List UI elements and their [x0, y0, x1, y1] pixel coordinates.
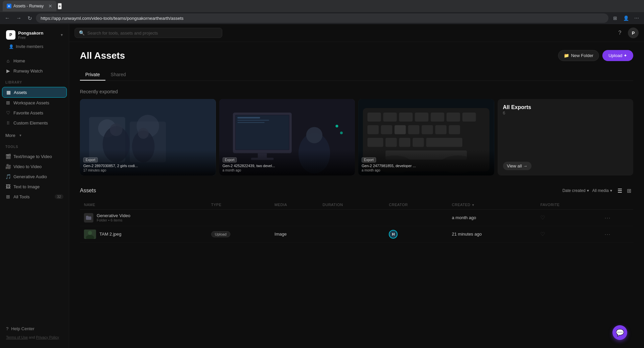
tools-section-label: TOOLS — [0, 142, 69, 150]
recently-exported-section: Recently exported — [80, 89, 633, 176]
page-header: All Assets 📁 New Folder Upload ✦ — [80, 50, 633, 61]
svg-point-21 — [340, 132, 342, 134]
help-center-button[interactable]: ? Help Center — [3, 324, 65, 333]
search-icon: 🔍 — [79, 30, 85, 36]
sidebar-item-workspace-assets[interactable]: ⊞ Workspace Assets — [2, 98, 67, 108]
invite-label: Invite members — [16, 44, 43, 49]
export-badge-1: Export — [83, 157, 98, 162]
svg-rect-30 — [462, 112, 476, 121]
col-created: CREATED ▼ — [448, 200, 537, 210]
export-card-3[interactable]: Export Gen-2 2477981855, developer ... a… — [358, 99, 494, 176]
sidebar-item-all-tools[interactable]: ⊞ All Tools 32 — [2, 192, 67, 202]
terms-text: Terms of Use and Privacy Policy — [3, 333, 65, 342]
upload-button[interactable]: Upload ✦ — [602, 50, 633, 61]
sidebar-item-home[interactable]: ⌂ Home — [2, 56, 67, 66]
main-content: All Assets 📁 New Folder Upload ✦ Private… — [69, 42, 644, 348]
sidebar-item-assets[interactable]: ▦ Assets — [2, 87, 67, 98]
svg-rect-18 — [237, 120, 269, 121]
terms-of-use-link[interactable]: Terms of Use — [6, 335, 28, 339]
list-view-button[interactable]: ☰ — [615, 186, 624, 195]
svg-rect-39 — [385, 138, 397, 147]
col-favorite: FAVORITE — [536, 200, 600, 210]
created-sort-icon: ▼ — [472, 203, 475, 207]
recently-exported-title: Recently exported — [80, 89, 633, 94]
sidebar-item-text-to-image-label: Text to Image — [13, 184, 40, 189]
help-icon: ? — [6, 326, 8, 331]
tab-favicon: R — [7, 4, 11, 8]
sort-button[interactable]: Date created ▾ — [562, 188, 589, 193]
tab-private[interactable]: Private — [80, 69, 105, 81]
more-button[interactable]: More ▾ — [2, 131, 67, 140]
sidebar-item-custom-elements[interactable]: ⁝⁝ Custom Elements — [2, 118, 67, 128]
svg-rect-32 — [381, 125, 393, 134]
asset-creator-1 — [385, 209, 448, 226]
tab-title: Assets - Runway — [13, 4, 44, 8]
invite-members-button[interactable]: 👤 Invite members — [5, 42, 63, 51]
extensions-button[interactable]: ⊞ — [610, 13, 620, 23]
view-all-button[interactable]: View all → — [503, 162, 532, 170]
export-card-1[interactable]: Export Gen-2 2897030857, 2 girls codi...… — [80, 99, 216, 176]
profile-button[interactable]: 👤 — [621, 13, 631, 23]
terms-and-label: and — [29, 335, 35, 339]
filter-chevron-icon: ▾ — [610, 188, 612, 193]
back-button[interactable]: ← — [3, 14, 12, 22]
sidebar-item-runway-watch[interactable]: ▶ Runway Watch — [2, 66, 67, 76]
sidebar-item-text-to-image[interactable]: 🖼 Text to Image — [2, 182, 67, 192]
assets-table: NAME TYPE MEDIA DURATION CREATOR CREATED… — [80, 200, 633, 243]
new-folder-button[interactable]: 📁 New Folder — [558, 50, 599, 61]
chat-icon: 💬 — [616, 329, 624, 337]
svg-rect-41 — [413, 138, 424, 147]
active-tab[interactable]: R Assets - Runway ✕ — [3, 1, 56, 11]
export-name-3: Gen-2 2477981855, developer ... — [362, 164, 491, 168]
help-icon-button[interactable]: ? — [614, 28, 625, 38]
more-options-button-1[interactable]: ⋯ — [604, 214, 610, 221]
person-add-icon: 👤 — [9, 44, 14, 49]
search-bar[interactable]: 🔍 Search for tools, assets and projects — [75, 28, 222, 38]
table-row[interactable]: Generative Video Folder • 6 items a mont… — [80, 209, 633, 226]
user-avatar-button[interactable]: P — [628, 28, 639, 38]
more-options-button[interactable]: ⋯ — [632, 13, 641, 23]
svg-rect-42 — [426, 138, 462, 147]
sort-chevron-icon: ▾ — [587, 188, 589, 193]
new-tab-button[interactable]: + — [58, 3, 62, 9]
header-actions: 📁 New Folder Upload ✦ — [558, 50, 633, 61]
refresh-button[interactable]: ↻ — [26, 14, 34, 23]
sidebar-item-favorite-assets[interactable]: ♡ Favorite Assets — [2, 108, 67, 118]
svg-rect-38 — [367, 138, 383, 147]
svg-point-8 — [138, 128, 149, 139]
workspace-selector[interactable]: P Pongsakorn Free ▾ — [3, 28, 65, 42]
forward-button[interactable]: → — [14, 14, 24, 22]
address-bar[interactable] — [36, 13, 608, 23]
favorite-button-2[interactable]: ♡ — [540, 231, 545, 237]
export-badge-2: Export — [223, 157, 237, 162]
tab-shared[interactable]: Shared — [105, 69, 131, 81]
privacy-policy-link[interactable]: Privacy Policy — [36, 335, 59, 339]
chat-fab-button[interactable]: 💬 — [612, 325, 627, 340]
svg-rect-25 — [383, 112, 397, 121]
sidebar-item-video-to-video[interactable]: 🎥 Video to Video — [2, 161, 67, 171]
sidebar-item-runway-watch-label: Runway Watch — [13, 68, 43, 73]
filter-button[interactable]: All media ▾ — [592, 188, 612, 193]
svg-rect-40 — [399, 138, 410, 147]
tab-close-button[interactable]: ✕ — [48, 3, 52, 9]
all-tools-count: 32 — [55, 194, 63, 199]
asset-subtitle-1: Folder • 6 items — [97, 218, 130, 222]
sidebar-item-text-image-video[interactable]: 🎬 Text/Image to Video — [2, 151, 67, 161]
file-thumbnail-2 — [84, 230, 96, 239]
creator-avatar-2: H — [389, 230, 398, 239]
col-type: TYPE — [207, 200, 271, 210]
video-to-video-icon: 🎥 — [5, 164, 11, 169]
grid-view-button[interactable]: ⊞ — [625, 186, 633, 195]
folder-svg-icon — [85, 214, 92, 221]
table-row[interactable]: TAM 2.jpeg Upload Image H 21 minu — [80, 226, 633, 242]
export-card-2[interactable]: Export Gen-2 4252822439, two devel... a … — [219, 99, 355, 176]
view-toggle: ☰ ⊞ — [615, 186, 633, 195]
more-options-button-2[interactable]: ⋯ — [604, 231, 610, 238]
all-exports-card[interactable]: All Exports 6 View all → — [498, 99, 634, 176]
asset-duration-2 — [319, 226, 385, 242]
assets-controls: Date created ▾ All media ▾ ☰ ⊞ — [562, 186, 633, 195]
sidebar-item-generative-audio[interactable]: 🎵 Generative Audio — [2, 171, 67, 182]
favorite-button-1[interactable]: ♡ — [540, 214, 545, 221]
all-tools-icon: ⊞ — [5, 194, 11, 199]
col-name: NAME — [80, 200, 207, 210]
